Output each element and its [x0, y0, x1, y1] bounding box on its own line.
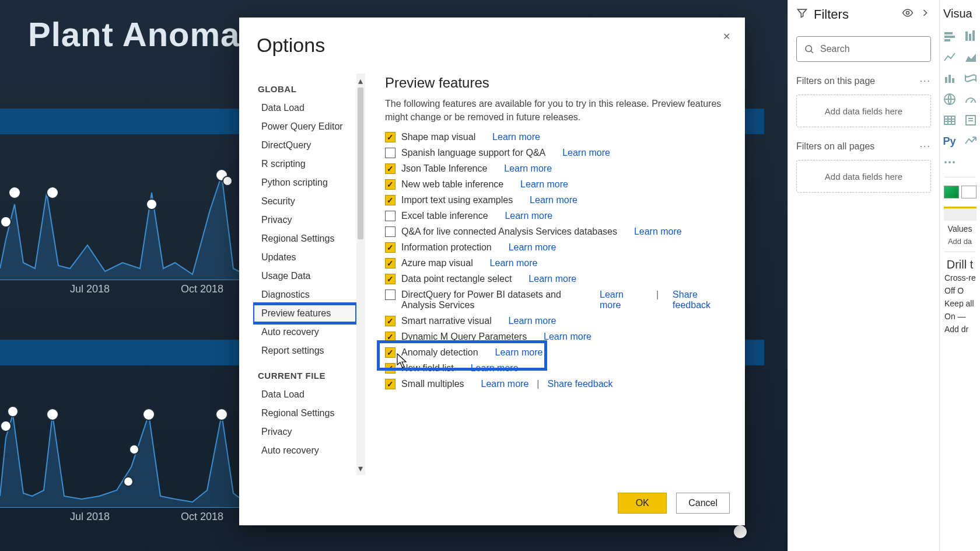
gauge-icon[interactable] — [962, 90, 979, 108]
more-visuals-icon[interactable] — [941, 154, 958, 171]
share-feedback-link[interactable]: Share feedback — [673, 290, 731, 311]
checkbox[interactable] — [385, 316, 396, 326]
learn-more-link[interactable]: Learn more — [520, 179, 568, 190]
learn-more-link[interactable]: Learn more — [562, 148, 610, 158]
learn-more-link[interactable]: Learn more — [528, 274, 576, 284]
search-input[interactable]: Search — [796, 36, 931, 62]
nav-scrollbar[interactable]: ▴ ▾ — [356, 74, 365, 475]
feature-row-anomaly-detection: Anomaly detection Learn more — [385, 347, 731, 358]
checkbox[interactable] — [385, 332, 396, 342]
share-feedback-link[interactable]: Share feedback — [547, 379, 612, 389]
close-icon: ✕ — [723, 31, 730, 42]
checkbox[interactable] — [385, 211, 396, 221]
nav-item-cf-auto-recovery[interactable]: Auto recovery — [253, 441, 356, 460]
learn-more-link[interactable]: Learn more — [481, 379, 528, 389]
drill-options: Cross-re Off O Keep all On — Add dr — [942, 271, 978, 336]
nav-item-cf-privacy[interactable]: Privacy — [253, 423, 356, 441]
add-data-label[interactable]: Add da — [942, 237, 978, 246]
learn-more-link[interactable]: Learn more — [509, 316, 556, 326]
nav-item-usage-data[interactable]: Usage Data — [253, 267, 356, 285]
feature-row-dynamic-m-query-parameters: Dynamic M Query Parameters Learn more — [385, 332, 731, 342]
nav-item-updates[interactable]: Updates — [253, 248, 356, 267]
checkbox[interactable] — [385, 363, 396, 374]
learn-more-link[interactable]: Learn more — [544, 332, 592, 342]
learn-more-link[interactable]: Learn more — [530, 195, 578, 205]
checkbox[interactable] — [385, 195, 396, 205]
format-image-swatch[interactable] — [942, 183, 978, 203]
checkbox[interactable] — [385, 274, 396, 284]
python-visual-icon[interactable]: Py — [941, 132, 958, 150]
nav-item-r-scripting[interactable]: R scripting — [253, 155, 356, 173]
nav-item-preview-features[interactable]: Preview features — [253, 304, 356, 323]
ok-button[interactable]: OK — [618, 493, 667, 514]
clustered-bar-icon[interactable] — [962, 27, 979, 45]
scroll-thumb[interactable] — [358, 88, 363, 239]
learn-more-link[interactable]: Learn more — [490, 258, 538, 268]
kpi-icon[interactable] — [962, 132, 979, 150]
area-chart-icon[interactable] — [962, 48, 979, 66]
close-button[interactable]: ✕ — [716, 26, 737, 47]
learn-more-link[interactable]: Learn more — [495, 347, 543, 358]
chevron-right-icon[interactable] — [919, 7, 931, 22]
checkbox[interactable] — [385, 163, 396, 174]
nav-item-security[interactable]: Security — [253, 192, 356, 211]
field-well-icon[interactable] — [944, 207, 977, 221]
checkbox[interactable] — [385, 148, 396, 158]
scroll-up-icon[interactable]: ▴ — [356, 74, 365, 88]
search-placeholder: Search — [820, 44, 850, 54]
checkbox[interactable] — [385, 242, 396, 253]
drop-well-all[interactable]: Add data fields here — [796, 160, 931, 193]
scroll-down-icon[interactable]: ▾ — [356, 461, 365, 475]
nav-item-directquery[interactable]: DirectQuery — [253, 136, 356, 155]
checkbox[interactable] — [385, 179, 396, 190]
nav-group-current-file: CURRENT FILE — [253, 360, 356, 385]
feature-row-spanish-language-support-for-q-a: Spanish language support for Q&A Learn m… — [385, 148, 731, 158]
learn-more-link[interactable]: Learn more — [509, 242, 556, 253]
nav-item-report-settings[interactable]: Report settings — [253, 341, 356, 360]
globe-icon[interactable] — [941, 90, 958, 108]
drop-well-page[interactable]: Add data fields here — [796, 95, 931, 127]
more-icon[interactable]: ··· — [920, 76, 931, 86]
nav-item-data-load[interactable]: Data Load — [253, 99, 356, 117]
filters-on-page-title: Filters on this page — [796, 76, 875, 86]
learn-more-link[interactable]: Learn more — [504, 163, 552, 174]
feature-label: DirectQuery for Power BI datasets and An… — [401, 290, 594, 311]
eye-icon[interactable] — [902, 7, 914, 22]
nav-item-cf-regional-settings[interactable]: Regional Settings — [253, 404, 356, 423]
nav-item-power-query-editor[interactable]: Power Query Editor — [253, 117, 356, 136]
checkbox[interactable] — [385, 290, 396, 300]
learn-more-link[interactable]: Learn more — [492, 132, 540, 142]
options-dialog: Options ✕ GLOBALData LoadPower Query Edi… — [239, 18, 745, 525]
nav-item-regional-settings[interactable]: Regional Settings — [253, 229, 356, 248]
feature-row-excel-table-inference: Excel table inference Learn more — [385, 211, 731, 221]
ribbon-icon[interactable] — [962, 69, 979, 87]
checkbox[interactable] — [385, 258, 396, 268]
more-icon-2[interactable]: ··· — [920, 141, 931, 152]
learn-more-link[interactable]: Learn more — [634, 226, 682, 237]
nav-item-python-scripting[interactable]: Python scripting — [253, 173, 356, 192]
checkbox[interactable] — [385, 132, 396, 142]
table-icon[interactable] — [941, 111, 958, 129]
visualizations-title: Visua — [942, 4, 978, 27]
checkbox[interactable] — [385, 379, 396, 389]
nav-item-privacy[interactable]: Privacy — [253, 211, 356, 229]
cancel-button[interactable]: Cancel — [676, 493, 730, 514]
nav-item-cf-data-load[interactable]: Data Load — [253, 385, 356, 404]
stacked-bar-icon[interactable] — [941, 27, 958, 45]
checkbox[interactable] — [385, 347, 396, 358]
checkbox[interactable] — [385, 226, 396, 237]
learn-more-link[interactable]: Learn more — [505, 211, 552, 221]
feature-label: Azure map visual — [401, 258, 473, 268]
column-chart-icon[interactable] — [941, 69, 958, 87]
dialog-title: Options — [239, 18, 745, 64]
scrubber[interactable] — [4, 529, 738, 535]
nav-item-auto-recovery[interactable]: Auto recovery — [253, 323, 356, 341]
slicer-icon[interactable] — [962, 111, 979, 129]
feature-row-json-table-inference: Json Table Inference Learn more — [385, 163, 731, 174]
learn-more-link[interactable]: Learn more — [471, 363, 519, 374]
nav-item-diagnostics[interactable]: Diagnostics — [253, 285, 356, 304]
line-chart-icon[interactable] — [941, 48, 958, 66]
svg-point-5 — [223, 176, 232, 186]
learn-more-link[interactable]: Learn more — [600, 290, 642, 311]
feature-label: Spanish language support for Q&A — [401, 148, 545, 158]
